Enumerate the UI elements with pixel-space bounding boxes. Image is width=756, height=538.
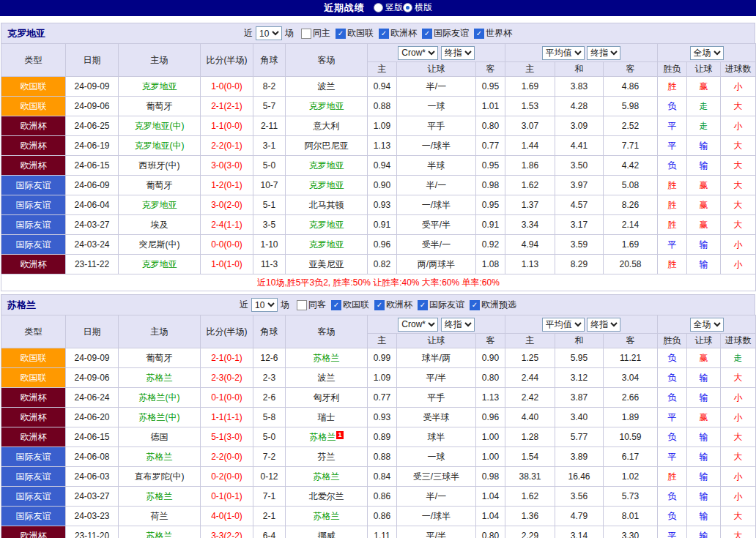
odds-company-select[interactable]: Crow* — [398, 46, 438, 60]
handicap-result-value: 赢 — [687, 176, 721, 195]
result-value: 负 — [658, 427, 687, 447]
away-team-label: 芬兰 — [318, 452, 336, 462]
top-bar: 近期战绩 竖版横版 — [0, 0, 756, 16]
match-row: 欧洲杯24-06-20苏格兰(中)1-1(1-1)5-8瑞士0.93受半球0.9… — [1, 408, 756, 427]
checkbox-icon[interactable]: ✓ — [336, 29, 346, 39]
checkbox-icon[interactable]: ✓ — [422, 29, 432, 39]
checkbox-icon[interactable]: ✓ — [470, 300, 480, 310]
col-away: 客场 — [286, 44, 368, 77]
result-value: 平 — [658, 408, 687, 427]
home-team: 苏格兰 — [119, 447, 201, 467]
avg-away-odds: 8.01 — [604, 507, 658, 526]
col-goals: 进球数 — [721, 62, 756, 77]
match-row: 欧国联24-09-09克罗地亚1-0(0-0)8-2波兰0.94半/一0.951… — [1, 77, 756, 97]
avg-draw-odds: 3.12 — [555, 368, 604, 388]
filter-checkbox[interactable]: ✓欧国联 — [331, 299, 369, 311]
filter-label: 国际友谊 — [429, 299, 464, 311]
radio-icon[interactable] — [403, 3, 412, 12]
team-section-scotland: 苏格兰 近 10 场 同客✓欧国联✓欧洲杯✓国际友谊✓欧洲预选 类型 日期 主场… — [1, 294, 755, 538]
match-row: 欧洲杯23-11-22克罗地亚1-0(1-0)11-3亚美尼亚0.82两/两球半… — [1, 255, 756, 274]
odds-home: 0.93 — [368, 408, 397, 427]
corner-score: 7-1 — [253, 487, 286, 507]
layout-radio[interactable]: 横版 — [403, 1, 432, 14]
avg-select[interactable]: 平均值 — [542, 318, 585, 332]
checkbox-icon[interactable] — [301, 29, 311, 39]
odds-company-select[interactable]: Crow* — [398, 318, 438, 332]
avg-away-odds: 2.14 — [604, 215, 658, 235]
scope-select[interactable]: 全场 — [690, 318, 724, 332]
avg-time-select[interactable]: 终指 — [587, 46, 620, 60]
checkbox-icon[interactable]: ✓ — [418, 300, 428, 310]
filter-checkbox[interactable]: ✓欧洲杯 — [379, 27, 417, 40]
home-team: 克罗地亚(中) — [119, 116, 201, 136]
away-team: 意大利 — [286, 116, 368, 136]
col-date: 日期 — [66, 315, 119, 348]
radio-icon[interactable] — [374, 3, 383, 12]
filter-checkbox[interactable]: 同客 — [297, 299, 326, 311]
goals-result-value: 小 — [721, 255, 756, 274]
checkbox-icon[interactable]: ✓ — [379, 29, 389, 39]
avg-away-odds: 11.21 — [604, 348, 658, 368]
avg-time-select[interactable]: 终指 — [587, 318, 620, 332]
league-badge: 国际友谊 — [1, 507, 66, 526]
filter-checkbox[interactable]: ✓欧洲预选 — [470, 299, 516, 311]
filter-checkbox[interactable]: ✓欧洲杯 — [374, 299, 412, 311]
match-score: 5-1(3-0) — [201, 427, 253, 447]
result-value: 胜 — [658, 467, 687, 487]
league-badge: 国际友谊 — [1, 195, 66, 215]
layout-radio[interactable]: 竖版 — [374, 1, 403, 14]
odds-away: 1.04 — [476, 507, 505, 526]
avg-select[interactable]: 平均值 — [542, 46, 585, 60]
checkbox-icon[interactable] — [297, 300, 307, 310]
odds-time-select[interactable]: 终指 — [441, 318, 475, 332]
filter-label: 欧国联 — [347, 27, 374, 40]
away-team-label: 北马其顿 — [309, 200, 344, 210]
col-home: 主场 — [119, 44, 201, 77]
avg-away-odds: 3.04 — [604, 368, 658, 388]
odds-home: 0.88 — [368, 97, 397, 116]
filter-checkbox[interactable]: ✓国际友谊 — [418, 299, 464, 311]
odds-away: 0.98 — [476, 176, 505, 195]
recent-count-select[interactable]: 10 — [256, 26, 282, 40]
match-date: 24-06-24 — [66, 388, 119, 408]
odds-handicap-line: 球半/两 — [397, 348, 476, 368]
odds-away: 1.01 — [476, 97, 505, 116]
home-team: 苏格兰 — [119, 368, 201, 388]
avg-draw-odds: 3.14 — [555, 526, 604, 538]
corner-score: 10-7 — [253, 176, 286, 195]
match-score: 1-1(1-1) — [201, 408, 253, 427]
away-team-label: 苏格兰 — [314, 471, 340, 482]
avg-draw-odds: 3.56 — [555, 487, 604, 507]
league-badge: 国际友谊 — [1, 467, 66, 487]
filter-checkbox[interactable]: ✓国际友谊 — [422, 27, 469, 40]
avg-draw-odds: 3.87 — [555, 388, 604, 408]
odds-time-select[interactable]: 终指 — [441, 46, 475, 60]
corner-score: 7-2 — [253, 447, 286, 467]
avg-home-odds: 1.86 — [505, 156, 555, 176]
home-team: 直布罗陀(中) — [119, 467, 201, 487]
recent-count-select[interactable]: 10 — [251, 298, 278, 312]
avg-group-header: 平均值 终指 — [505, 44, 658, 62]
filter-checkbox[interactable]: ✓欧国联 — [336, 27, 374, 40]
odds-handicap-line: 一/球半 — [397, 195, 476, 215]
filter-checkbox[interactable]: 同主 — [301, 27, 330, 40]
avg-away-odds: 1.89 — [604, 408, 658, 427]
filter-label: 欧洲预选 — [481, 299, 516, 311]
match-date: 24-09-06 — [66, 368, 119, 388]
home-team: 西班牙(中) — [119, 156, 201, 176]
match-score: 2-1(2-1) — [201, 97, 253, 116]
col-avg-home: 主 — [505, 62, 555, 77]
filter-checkbox[interactable]: ✓世界杯 — [474, 27, 512, 40]
odds-handicap-line: 受三/三球半 — [397, 467, 476, 487]
checkbox-icon[interactable]: ✓ — [374, 300, 385, 310]
avg-home-odds: 3.07 — [505, 116, 555, 136]
avg-home-odds: 1.13 — [505, 255, 555, 274]
league-badge: 国际友谊 — [1, 447, 66, 467]
scope-select[interactable]: 全场 — [690, 46, 724, 60]
checkbox-icon[interactable]: ✓ — [331, 300, 341, 310]
avg-draw-odds: 16.46 — [555, 467, 604, 487]
avg-draw-odds: 4.41 — [555, 136, 604, 156]
checkbox-icon[interactable]: ✓ — [474, 29, 484, 39]
corner-score: 5-1 — [253, 195, 286, 215]
section-header: 苏格兰 近 10 场 同客✓欧国联✓欧洲杯✓国际友谊✓欧洲预选 — [1, 294, 755, 315]
